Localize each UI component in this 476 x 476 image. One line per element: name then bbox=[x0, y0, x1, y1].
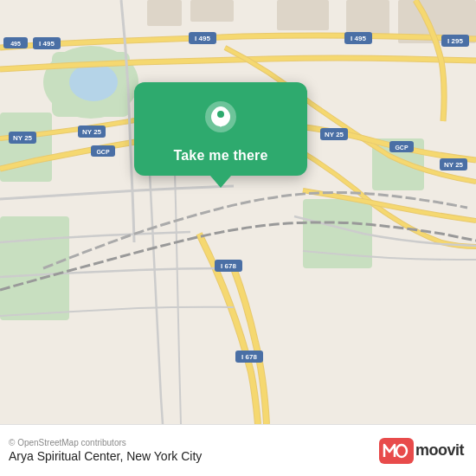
location-icon-wrapper bbox=[202, 98, 240, 139]
svg-rect-3 bbox=[0, 113, 52, 182]
moovit-icon bbox=[377, 434, 415, 467]
svg-rect-11 bbox=[346, 0, 389, 35]
copyright-text: © OpenStreetMap contributors bbox=[9, 438, 202, 447]
svg-text:NY 25: NY 25 bbox=[13, 134, 33, 142]
svg-rect-4 bbox=[0, 216, 69, 320]
svg-rect-10 bbox=[277, 0, 329, 30]
svg-text:I 495: I 495 bbox=[39, 40, 55, 48]
svg-text:NY 25: NY 25 bbox=[444, 161, 464, 169]
svg-text:495: 495 bbox=[10, 41, 21, 47]
place-name: Arya Spiritual Center, New York City bbox=[9, 449, 202, 463]
svg-text:NY 25: NY 25 bbox=[82, 128, 102, 136]
moovit-text: moovit bbox=[415, 441, 464, 460]
svg-text:GCP: GCP bbox=[96, 149, 110, 155]
svg-text:I 495: I 495 bbox=[351, 35, 366, 42]
map-container: I 495 I 495 I 495 I 295 NY 25 NY 25 NY 2… bbox=[0, 0, 476, 424]
svg-point-41 bbox=[217, 111, 224, 118]
svg-text:I 295: I 295 bbox=[447, 37, 463, 45]
svg-text:I 495: I 495 bbox=[195, 35, 210, 42]
svg-text:I 678: I 678 bbox=[241, 353, 257, 361]
place-info: © OpenStreetMap contributors Arya Spirit… bbox=[9, 438, 202, 463]
popup-card: Take me there bbox=[134, 82, 307, 176]
svg-point-7 bbox=[69, 63, 118, 101]
svg-text:I 678: I 678 bbox=[221, 262, 236, 270]
take-me-there-button[interactable]: Take me there bbox=[173, 148, 267, 164]
svg-text:GCP: GCP bbox=[395, 145, 408, 151]
bottom-bar: © OpenStreetMap contributors Arya Spirit… bbox=[0, 424, 476, 476]
svg-rect-9 bbox=[190, 0, 234, 22]
svg-text:NY 25: NY 25 bbox=[325, 131, 344, 138]
moovit-logo: moovit bbox=[377, 434, 464, 467]
svg-rect-8 bbox=[147, 0, 182, 26]
